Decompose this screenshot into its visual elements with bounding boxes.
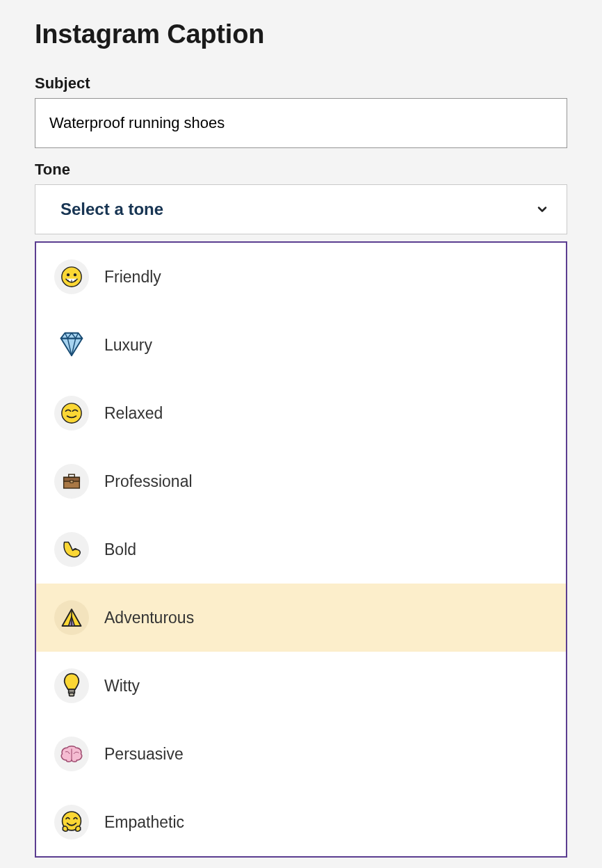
tone-option-label: Adventurous — [104, 609, 194, 627]
tone-option-adventurous[interactable]: Adventurous — [36, 584, 566, 652]
tone-option-professional[interactable]: Professional — [36, 447, 566, 515]
subject-input[interactable] — [35, 98, 567, 148]
tone-option-label: Empathetic — [104, 813, 184, 832]
tone-option-label: Witty — [104, 677, 140, 696]
page-title: Instagram Caption — [35, 19, 567, 49]
friendly-icon — [54, 259, 89, 294]
svg-point-2 — [74, 273, 76, 276]
tone-option-witty[interactable]: Witty — [36, 652, 566, 720]
svg-rect-17 — [69, 474, 75, 477]
subject-label: Subject — [35, 74, 567, 93]
relaxed-icon — [54, 396, 89, 431]
svg-rect-23 — [70, 693, 74, 696]
tone-select[interactable]: Select a tone — [35, 184, 567, 234]
tone-option-persuasive[interactable]: Persuasive — [36, 720, 566, 788]
page: Instagram Caption Subject Tone Select a … — [0, 0, 602, 868]
svg-point-1 — [67, 273, 70, 276]
tone-option-label: Professional — [104, 472, 193, 491]
tone-option-friendly[interactable]: Friendly — [36, 243, 566, 311]
tone-option-bold[interactable]: Bold — [36, 515, 566, 584]
tone-option-label: Bold — [104, 540, 136, 559]
diamond-icon — [54, 328, 89, 362]
tone-select-placeholder: Select a tone — [60, 200, 163, 219]
svg-point-14 — [62, 403, 81, 423]
tone-option-label: Persuasive — [104, 745, 184, 764]
tone-option-luxury[interactable]: Luxury — [36, 311, 566, 379]
svg-marker-6 — [61, 338, 83, 355]
tone-option-label: Friendly — [104, 268, 161, 287]
tent-icon — [54, 600, 89, 635]
briefcase-icon — [54, 464, 89, 499]
svg-point-0 — [62, 267, 81, 287]
tone-option-label: Luxury — [104, 336, 152, 355]
lightbulb-icon — [54, 668, 89, 703]
tone-option-empathetic[interactable]: Empathetic — [36, 788, 566, 856]
tone-dropdown: Friendly Luxury — [35, 241, 567, 858]
brain-icon — [54, 737, 89, 771]
svg-rect-18 — [70, 481, 73, 483]
tone-option-relaxed[interactable]: Relaxed — [36, 379, 566, 447]
hugging-face-icon — [54, 805, 89, 839]
chevron-down-icon — [535, 202, 550, 217]
tone-option-label: Relaxed — [104, 404, 163, 423]
flex-arm-icon — [54, 532, 89, 567]
tone-label: Tone — [35, 161, 567, 179]
